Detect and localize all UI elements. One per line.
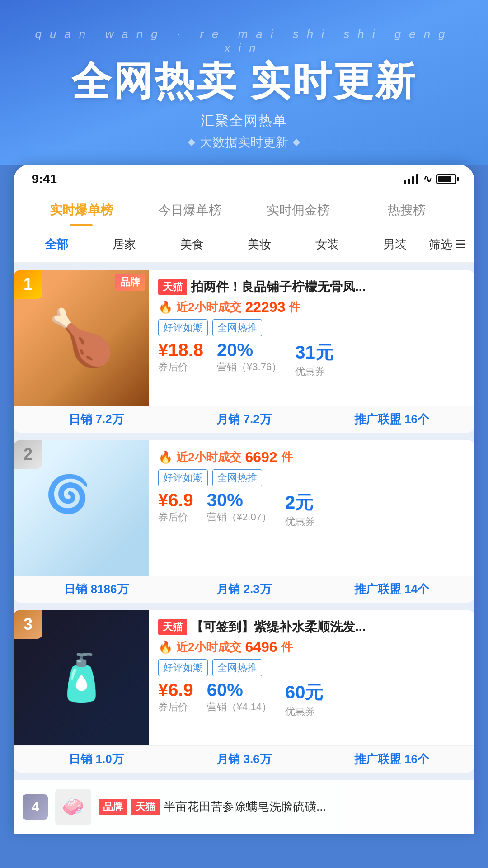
diamond-right (293, 138, 300, 146)
product-1-brand-tag: 品牌 (115, 274, 145, 291)
product-2-rank-badge: 2 (14, 440, 42, 469)
product-3-daily-sales: 日销 1.0万 (23, 751, 170, 767)
product-2-price-label: 券后价 (158, 510, 193, 524)
cat-women[interactable]: 女装 (293, 233, 361, 256)
product-3-image: 3 (14, 610, 149, 745)
status-time: 9:41 (32, 172, 57, 186)
cat-home[interactable]: 居家 (90, 233, 158, 256)
fire-icon-2: 🔥 (158, 450, 173, 464)
status-bar: 9:41 ∿ (14, 165, 474, 191)
product-3-platform: 天猫 (158, 619, 187, 635)
product-2-commission-sub: 营销（¥2.07） (207, 510, 272, 524)
product-1-sales: 🔥 近2小时成交 22293 件 (158, 299, 465, 316)
product-1-coupon: 31元 (295, 340, 333, 365)
product-3-tag-2: 全网热推 (212, 659, 262, 676)
product-2-info: 🔥 近2小时成交 6692 件 好评如潮 全网热推 ¥6.9 券后价 (149, 440, 474, 576)
diamond-left (188, 138, 196, 146)
filter-icon: ☰ (455, 237, 465, 251)
product-2-stats: 日销 8186万 月销 2.3万 推广联盟 14个 (14, 576, 474, 603)
product-1-price: ¥18.8 (158, 340, 203, 360)
product-2-league: 推广联盟 14个 (318, 581, 465, 597)
product-1-commission: 20% (217, 340, 282, 360)
product-1-tags: 好评如潮 全网热推 (158, 319, 465, 336)
product-3-commission: 60% (207, 680, 272, 700)
tabs-row: 实时爆单榜 今日爆单榜 实时佣金榜 热搜榜 (14, 191, 474, 226)
product-3-coupon-block: 60元 优惠券 (285, 680, 324, 718)
signal-bar-2 (408, 179, 410, 184)
product-3-prices: ¥6.9 券后价 60% 营销（¥4.14） 60元 优惠券 (158, 680, 465, 718)
product-2-sales: 🔥 近2小时成交 6692 件 (158, 449, 465, 466)
cat-beauty[interactable]: 美妆 (225, 233, 293, 256)
product-3-title: 【可签到】紫缇补水柔顺洗发... (191, 619, 366, 635)
product-card-4-partial[interactable]: 4 🧼 品牌 天猫 半亩花田苦参除螨皂洗脸硫磺... (14, 780, 474, 834)
product-1-title: 拍两件！良品铺子柠檬无骨凤... (191, 279, 366, 295)
product-3-info: 天猫 【可签到】紫缇补水柔顺洗发... 🔥 近2小时成交 6496 件 好评如潮… (149, 610, 474, 745)
product-2-daily-sales: 日销 8186万 (23, 581, 170, 597)
product-1-header: 天猫 拍两件！良品铺子柠檬无骨凤... (158, 279, 465, 295)
tab-hot-search[interactable]: 热搜榜 (352, 195, 461, 226)
cat-all[interactable]: 全部 (23, 233, 90, 256)
product-3-price: ¥6.9 (158, 680, 193, 700)
cat-filter[interactable]: 筛选 ☰ (429, 236, 465, 252)
product-2-coupon: 2元 (285, 490, 315, 515)
cat-food[interactable]: 美食 (158, 233, 226, 256)
product-2-rank: 2 (14, 440, 42, 469)
tab-realtime-commission[interactable]: 实时佣金榜 (244, 195, 352, 226)
product-3-tags: 好评如潮 全网热推 (158, 659, 465, 676)
product-2-commission: 30% (207, 490, 272, 510)
product-1-coupon-block: 31元 优惠券 (295, 340, 333, 378)
product-2-price: ¥6.9 (158, 490, 193, 510)
product-2-coupon-block: 2元 优惠券 (285, 490, 315, 528)
product-4-image: 🧼 (55, 789, 91, 825)
product-3-sales-count: 6496 (245, 639, 277, 656)
product-3-commission-block: 60% 营销（¥4.14） (207, 680, 272, 714)
product-card-3-inner: 3 天猫 【可签到】紫缇补水柔顺洗发... 🔥 近2小时成交 6496 件 (14, 610, 474, 745)
tab-today-hot[interactable]: 今日爆单榜 (136, 195, 244, 226)
product-3-league: 推广联盟 16个 (318, 751, 465, 767)
cat-men[interactable]: 男装 (361, 233, 429, 256)
product-2-tags: 好评如潮 全网热推 (158, 469, 465, 486)
signal-bar-4 (416, 174, 418, 184)
product-card-1[interactable]: 1 品牌 天猫 拍两件！良品铺子柠檬无骨凤... 🔥 近2小时成交 22293 … (14, 270, 474, 433)
product-card-3[interactable]: 3 天猫 【可签到】紫缇补水柔顺洗发... 🔥 近2小时成交 6496 件 (14, 610, 474, 773)
category-row: 全部 居家 美食 美妆 女装 男装 筛选 ☰ (14, 226, 474, 263)
product-1-daily-sales: 日销 7.2万 (23, 411, 170, 427)
product-1-prices: ¥18.8 券后价 20% 营销（¥3.76） 31元 优惠券 (158, 340, 465, 378)
product-3-sales: 🔥 近2小时成交 6496 件 (158, 639, 465, 656)
product-3-commission-sub: 营销（¥4.14） (207, 700, 272, 714)
product-2-prices: ¥6.9 券后价 30% 营销（¥2.07） 2元 优惠券 (158, 490, 465, 528)
hero-section: quan wang · re mai shi shi geng xin 全网热卖… (0, 0, 488, 165)
product-3-header: 天猫 【可签到】紫缇补水柔顺洗发... (158, 619, 465, 635)
product-1-sales-count: 22293 (245, 299, 285, 316)
product-2-commission-block: 30% 营销（¥2.07） (207, 490, 272, 524)
fire-icon-1: 🔥 (158, 300, 173, 314)
product-4-brand-tag: 品牌 (99, 799, 127, 815)
product-3-coupon-label: 优惠券 (285, 705, 324, 718)
product-1-rank-badge: 1 (14, 270, 42, 299)
tab-realtime-hot[interactable]: 实时爆单榜 (27, 195, 136, 226)
product-1-stats: 日销 7.2万 月销 7.2万 推广联盟 16个 (14, 406, 474, 433)
hero-pinyin: quan wang · re mai shi shi geng xin (18, 27, 470, 55)
product-1-commission-block: 20% 营销（¥3.76） (217, 340, 282, 374)
product-1-price-label: 券后价 (158, 360, 203, 374)
product-1-rank: 1 (14, 270, 42, 299)
product-1-platform: 天猫 (158, 279, 187, 295)
battery-icon (436, 174, 456, 184)
product-card-2[interactable]: 2 🔥 近2小时成交 6692 件 好评如潮 全网热推 (14, 440, 474, 603)
signal-icon (404, 174, 418, 184)
product-3-stats: 日销 1.0万 月销 3.6万 推广联盟 16个 (14, 745, 474, 773)
product-2-sales-count: 6692 (245, 449, 277, 466)
product-2-price-block: ¥6.9 券后价 (158, 490, 193, 524)
product-1-coupon-label: 优惠券 (295, 365, 333, 378)
right-dash (305, 142, 332, 142)
hero-title: 全网热卖 实时更新 (18, 60, 470, 104)
product-2-coupon-label: 优惠券 (285, 515, 315, 528)
product-1-league: 推广联盟 16个 (318, 411, 465, 427)
product-3-coupon: 60元 (285, 680, 324, 705)
product-list: 1 品牌 天猫 拍两件！良品铺子柠檬无骨凤... 🔥 近2小时成交 22293 … (14, 263, 474, 834)
product-2-tag-2: 全网热推 (212, 469, 262, 486)
product-3-price-block: ¥6.9 券后价 (158, 680, 193, 714)
product-1-info: 天猫 拍两件！良品铺子柠檬无骨凤... 🔥 近2小时成交 22293 件 好评如… (149, 270, 474, 406)
phone-frame: 9:41 ∿ 实时爆单榜 今日爆单榜 实时佣金榜 热搜榜 (14, 165, 474, 834)
hero-subtitle-line: 大数据实时更新 (18, 134, 470, 151)
